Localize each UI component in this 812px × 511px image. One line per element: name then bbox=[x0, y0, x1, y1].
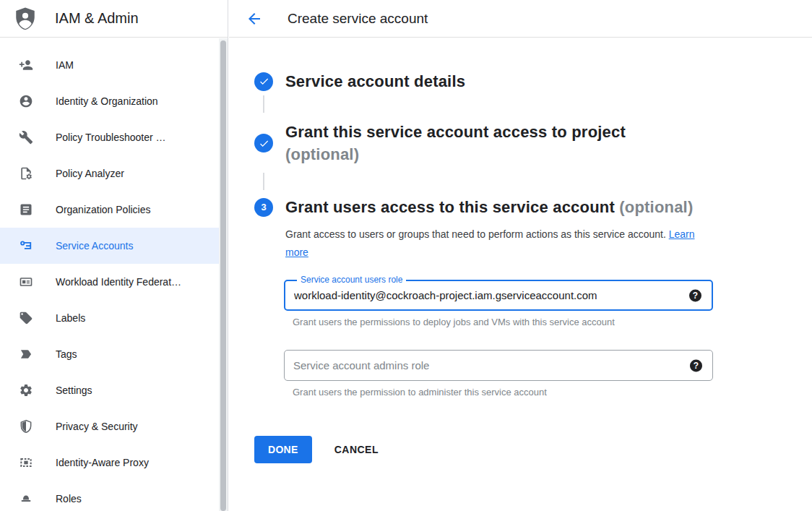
page-title: Create service account bbox=[288, 11, 428, 27]
sidebar: IAM & Admin IAM Identity & Organization bbox=[0, 0, 228, 511]
sidebar-scrollbar-thumb[interactable] bbox=[220, 40, 226, 511]
hat-icon bbox=[19, 491, 33, 506]
help-icon[interactable]: ? bbox=[689, 289, 701, 301]
sidebar-item-workload-identity-federation[interactable]: Workload Identity Federat… bbox=[0, 264, 219, 300]
sidebar-item-label: Policy Troubleshooter … bbox=[56, 132, 166, 143]
service-account-key-icon bbox=[19, 239, 33, 253]
document-gear-icon bbox=[19, 166, 33, 181]
sidebar-item-tags[interactable]: Tags bbox=[0, 336, 219, 372]
wizard-step-3[interactable]: 3 Grant users access to this service acc… bbox=[254, 196, 693, 218]
iam-admin-shield-icon bbox=[13, 7, 38, 31]
proxy-icon bbox=[19, 455, 33, 470]
person-add-icon bbox=[19, 58, 33, 72]
main-panel: Create service account Service account d… bbox=[229, 0, 812, 511]
page-header: Create service account bbox=[229, 0, 812, 38]
sidebar-item-label: Privacy & Security bbox=[56, 421, 138, 432]
wizard-step-2[interactable]: Grant this service account access to pro… bbox=[254, 121, 661, 166]
sidebar-item-identity-organization[interactable]: Identity & Organization bbox=[0, 83, 219, 119]
sidebar-item-policy-analyzer[interactable]: Policy Analyzer bbox=[0, 155, 219, 192]
sidebar-item-label: Organization Policies bbox=[56, 204, 151, 215]
step-completed-check-icon bbox=[254, 72, 273, 91]
sidebar-item-policy-troubleshooter[interactable]: Policy Troubleshooter … bbox=[0, 119, 219, 155]
label-arrow-icon bbox=[19, 347, 33, 361]
step-3-optional-label: (optional) bbox=[619, 198, 693, 216]
sidebar-item-label: Settings bbox=[56, 385, 92, 396]
sidebar-item-privacy-security[interactable]: Privacy & Security bbox=[0, 408, 219, 445]
step-3-number-badge: 3 bbox=[254, 198, 273, 217]
sidebar-item-label: Labels bbox=[56, 312, 85, 324]
step-3-title: Grant users access to this service accou… bbox=[285, 198, 615, 216]
sidebar-item-label: Workload Identity Federat… bbox=[56, 276, 181, 288]
sidebar-item-service-accounts[interactable]: Service Accounts bbox=[0, 228, 219, 264]
service-account-users-role-field: Service account users role ? bbox=[284, 280, 713, 311]
sidebar-item-organization-policies[interactable]: Organization Policies bbox=[0, 192, 219, 228]
sidebar-nav: IAM Identity & Organization Policy Troub… bbox=[0, 38, 219, 511]
sidebar-item-iam[interactable]: IAM bbox=[0, 47, 219, 83]
cancel-button[interactable]: CANCEL bbox=[334, 444, 379, 455]
sidebar-item-identity-aware-proxy[interactable]: Identity-Aware Proxy bbox=[0, 445, 219, 481]
sidebar-item-labels[interactable]: Labels bbox=[0, 300, 219, 336]
sidebar-item-label: Roles bbox=[56, 493, 82, 504]
wizard-step-1[interactable]: Service account details bbox=[254, 70, 465, 93]
done-button[interactable]: DONE bbox=[254, 436, 312, 463]
step-3-description: Grant access to users or groups that nee… bbox=[285, 226, 701, 262]
tag-icon bbox=[19, 311, 33, 325]
help-icon[interactable]: ? bbox=[690, 359, 702, 372]
service-account-admins-role-input[interactable] bbox=[285, 351, 672, 380]
wizard-actions: DONE CANCEL bbox=[254, 436, 379, 463]
step-connector bbox=[263, 95, 264, 113]
sidebar-item-label: Identity-Aware Proxy bbox=[56, 457, 149, 468]
badge-card-icon bbox=[19, 275, 33, 289]
field-helper-text: Grant users the permission to administer… bbox=[293, 387, 547, 398]
sidebar-item-label: Identity & Organization bbox=[56, 95, 158, 107]
sidebar-item-label: Service Accounts bbox=[56, 240, 133, 252]
step-2-title: Grant this service account access to pro… bbox=[285, 123, 626, 141]
service-account-users-role-input[interactable] bbox=[285, 281, 671, 309]
sidebar-item-label: IAM bbox=[56, 59, 74, 71]
sidebar-item-label: Policy Analyzer bbox=[56, 168, 124, 179]
identity-icon bbox=[19, 94, 33, 108]
step-1-title: Service account details bbox=[285, 70, 465, 93]
wrench-icon bbox=[19, 130, 33, 145]
field-helper-text: Grant users the permissions to deploy jo… bbox=[293, 317, 615, 327]
step-completed-check-icon bbox=[254, 134, 273, 153]
field-floating-label: Service account users role bbox=[297, 275, 406, 285]
step-connector bbox=[263, 173, 264, 190]
sidebar-scrollbar-track[interactable] bbox=[219, 38, 228, 511]
sidebar-item-label: Tags bbox=[56, 348, 77, 360]
back-arrow-icon[interactable] bbox=[246, 10, 263, 27]
gear-icon bbox=[19, 383, 33, 398]
service-account-admins-role-field: ? bbox=[284, 350, 713, 381]
sidebar-item-settings[interactable]: Settings bbox=[0, 372, 219, 408]
step-2-optional-label: (optional) bbox=[285, 143, 661, 166]
sidebar-header: IAM & Admin bbox=[0, 0, 228, 38]
article-icon bbox=[19, 202, 33, 217]
product-title: IAM & Admin bbox=[55, 10, 139, 27]
gcp-console: IAM & Admin IAM Identity & Organization bbox=[0, 0, 812, 511]
half-shield-icon bbox=[19, 419, 33, 434]
sidebar-item-roles[interactable]: Roles bbox=[0, 481, 219, 511]
